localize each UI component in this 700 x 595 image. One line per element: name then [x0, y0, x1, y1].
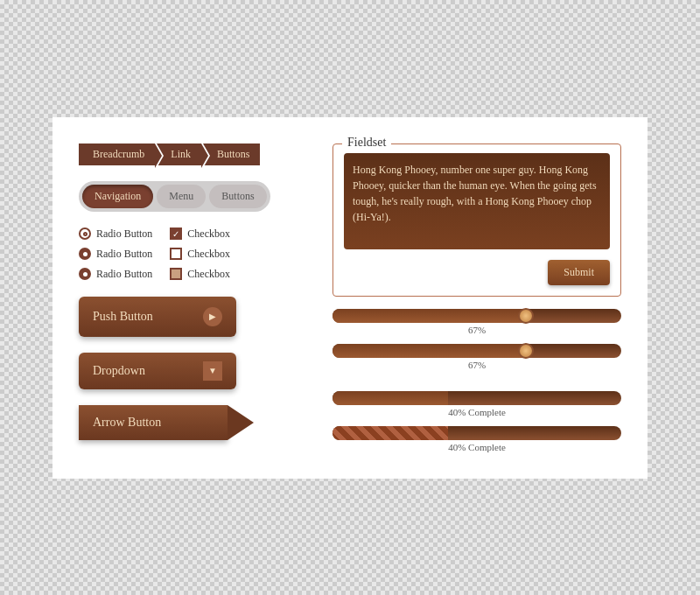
progress-1-label: 40% Complete	[448, 407, 506, 417]
left-column: Breadcrumb Link Buttons Navigation Menu …	[79, 144, 306, 452]
progress-1-fill	[332, 391, 448, 405]
dropdown-label: Dropdown	[93, 364, 145, 378]
sliders-section: 67% 67% 40% Complete	[332, 309, 621, 452]
checkbox-item-1[interactable]: ✓ Checkbox	[170, 228, 230, 241]
nav-btn-buttons[interactable]: Buttons	[209, 185, 266, 208]
radio-item-3[interactable]: Radio Button	[79, 268, 152, 281]
progress-2-label: 40% Complete	[448, 442, 506, 452]
radio-checkbox-section: Radio Button Radio Button Radio Button	[79, 228, 306, 281]
main-container: Breadcrumb Link Buttons Navigation Menu …	[52, 117, 648, 479]
checkbox-1[interactable]: ✓	[170, 228, 182, 240]
slider-2-wrap: 67%	[332, 344, 621, 370]
slider-1-label: 67%	[468, 325, 486, 335]
checkbox-item-3[interactable]: Checkbox	[170, 268, 230, 281]
progress-1-wrap: 40% Complete	[332, 391, 621, 417]
nav-btn-navigation[interactable]: Navigation	[82, 185, 153, 208]
slider-2-thumb[interactable]	[518, 343, 534, 359]
arrow-button-label: Arrow Button	[93, 416, 161, 430]
arrow-button[interactable]: Arrow Button	[79, 405, 228, 440]
slider-1-fill	[332, 309, 526, 323]
breadcrumb-item-3[interactable]: Buttons	[203, 144, 260, 165]
fieldset-legend: Fieldset	[342, 136, 391, 150]
radio-item-2[interactable]: Radio Button	[79, 248, 152, 261]
slider-2-label: 67%	[468, 360, 486, 370]
arrow-button-wrap: Arrow Button	[79, 405, 254, 440]
slider-2-fill	[332, 344, 526, 358]
progress-2-track	[332, 426, 621, 440]
checkbox-column: ✓ Checkbox Checkbox Checkbox	[170, 228, 230, 281]
slider-1-thumb[interactable]	[518, 308, 534, 324]
progress-2-wrap: 40% Complete	[332, 426, 621, 452]
fieldset-footer: Submit	[344, 260, 610, 285]
radio-button-3[interactable]	[79, 268, 91, 280]
slider-2-track[interactable]	[332, 344, 621, 358]
dropdown-button[interactable]: Dropdown ▼	[79, 353, 236, 389]
breadcrumb: Breadcrumb Link Buttons	[79, 144, 306, 165]
radio-button-1[interactable]	[79, 228, 91, 240]
radio-label-3: Radio Button	[96, 268, 152, 281]
nav-row: Navigation Menu Buttons	[79, 181, 270, 212]
fieldset-textarea[interactable]	[344, 153, 610, 249]
fieldset: Fieldset Submit	[332, 144, 621, 297]
checkbox-3[interactable]	[170, 268, 182, 280]
nav-btn-menu[interactable]: Menu	[157, 185, 206, 208]
progress-1-track	[332, 391, 621, 405]
arrow-tip-icon	[228, 405, 254, 440]
checkbox-label-2: Checkbox	[187, 248, 230, 261]
slider-1-track[interactable]	[332, 309, 621, 323]
radio-column: Radio Button Radio Button Radio Button	[79, 228, 152, 281]
radio-label-2: Radio Button	[96, 248, 152, 261]
progress-2-fill	[332, 426, 448, 440]
breadcrumb-item-2[interactable]: Link	[157, 144, 201, 165]
radio-label-1: Radio Button	[96, 228, 152, 241]
dropdown-wrap: Dropdown ▼	[79, 353, 306, 389]
play-icon: ▶	[203, 307, 222, 326]
push-button-wrap: Push Button ▶	[79, 297, 306, 337]
dropdown-arrow-icon: ▼	[203, 361, 222, 381]
checkbox-item-2[interactable]: Checkbox	[170, 248, 230, 261]
slider-1-wrap: 67%	[332, 309, 621, 335]
push-button-label: Push Button	[93, 310, 153, 324]
right-column: Fieldset Submit 67% 67%	[332, 144, 621, 452]
checkbox-2[interactable]	[170, 248, 182, 260]
checkbox-label-1: Checkbox	[187, 228, 230, 241]
spacer	[332, 379, 621, 382]
checkbox-label-3: Checkbox	[187, 268, 230, 281]
radio-button-2[interactable]	[79, 248, 91, 260]
breadcrumb-item-1[interactable]: Breadcrumb	[79, 144, 155, 165]
radio-item-1[interactable]: Radio Button	[79, 228, 152, 241]
push-button[interactable]: Push Button ▶	[79, 297, 236, 337]
submit-button[interactable]: Submit	[548, 260, 610, 285]
